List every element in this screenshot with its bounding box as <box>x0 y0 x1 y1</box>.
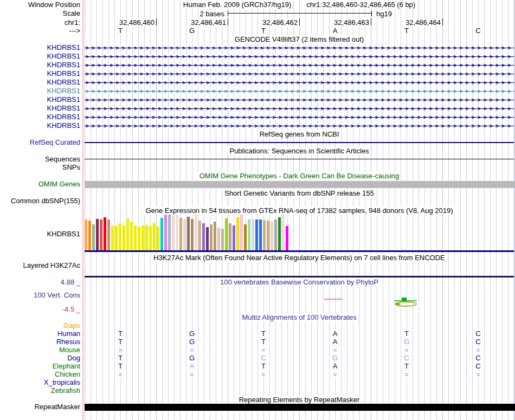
gtex-tissue-bar[interactable] <box>153 223 156 250</box>
gtex-tissue-bar[interactable] <box>187 217 190 250</box>
gtex-tissue-bar[interactable] <box>248 219 250 250</box>
h3k27ac-label[interactable]: Layered H3K27Ac <box>0 262 80 269</box>
refseq-track-title[interactable]: RefSeq genes from NCBI <box>85 131 514 138</box>
species-label[interactable]: Mouse <box>0 346 80 354</box>
gtex-tissue-bar[interactable] <box>123 225 125 250</box>
gtex-tissue-bar[interactable] <box>263 220 266 250</box>
gtex-tissue-bar[interactable] <box>271 222 273 250</box>
gene-label[interactable]: KHDRBS1 <box>0 44 80 51</box>
gtex-tissue-bar[interactable] <box>100 219 102 250</box>
gtex-tissue-bar[interactable] <box>274 219 277 250</box>
gtex-tissue-bar[interactable] <box>191 219 194 250</box>
gene-model-row[interactable]: >>>>>>>>>>>>>>>>>>>>>>>>>>>>>>>>>>>>>>>>… <box>85 70 514 78</box>
species-label[interactable]: Human <box>0 330 80 338</box>
gtex-tissue-bar[interactable] <box>85 219 87 250</box>
gtex-tissue-bar[interactable] <box>92 224 95 250</box>
gene-model-row[interactable]: >>>>>>>>>>>>>>>>>>>>>>>>>>>>>>>>>>>>>>>>… <box>85 113 514 121</box>
species-label[interactable]: Gaps <box>0 322 80 329</box>
gtex-tissue-bar[interactable] <box>233 225 235 250</box>
gtex-tissue-bar[interactable] <box>176 214 178 250</box>
gene-label[interactable]: KHDRBS1 <box>0 96 80 104</box>
gtex-tissue-bar[interactable] <box>198 221 201 250</box>
gtex-tissue-bar[interactable] <box>202 223 205 250</box>
gene-model-row[interactable]: >>>>>>>>>>>>>>>>>>>>>>>>>>>>>>>>>>>>>>>>… <box>85 61 514 69</box>
dbsnp-label[interactable]: Common dbSNP(155) <box>0 197 80 205</box>
gene-label[interactable]: KHDRBS1 <box>0 87 80 95</box>
gtex-tissue-bar[interactable] <box>145 225 148 250</box>
gtex-tissue-bar[interactable] <box>259 219 262 250</box>
gtex-tissue-bar[interactable] <box>179 218 182 250</box>
gtex-tissue-bar[interactable] <box>164 211 167 250</box>
omim-gene-bar[interactable] <box>85 181 515 188</box>
gtex-tissue-bar[interactable] <box>130 222 133 250</box>
repeatmasker-label[interactable]: RepeatMasker <box>0 403 80 411</box>
snps-label[interactable]: SNPs <box>0 164 80 171</box>
gtex-tissue-bar[interactable] <box>278 217 281 250</box>
species-label[interactable]: Elephant <box>0 363 80 370</box>
gtex-tissue-bar[interactable] <box>157 227 159 250</box>
conservation-label[interactable]: 100 Vert. Cons <box>0 292 80 299</box>
gene-model-row[interactable]: >>>>>>>>>>>>>>>>>>>>>>>>>>>>>>>>>>>>>>>>… <box>85 96 514 104</box>
gtex-tissue-bar[interactable] <box>286 226 288 250</box>
gtex-gene-label[interactable]: KHDRBS1 <box>0 230 80 238</box>
gene-label[interactable]: KHDRBS1 <box>0 122 80 130</box>
multiz-track-title[interactable]: Multiz Alignments of 100 Vertebrates <box>85 314 514 321</box>
gene-label[interactable]: KHDRBS1 <box>0 113 80 121</box>
repeatmasker-bar[interactable] <box>85 404 515 411</box>
h3k27ac-track-title[interactable]: H3K27Ac Mark (Often Found Near Active Re… <box>85 254 514 262</box>
gtex-tissue-bar[interactable] <box>134 225 137 250</box>
gtex-tissue-bar[interactable] <box>221 229 224 250</box>
gtex-tissue-bar[interactable] <box>252 219 254 250</box>
gtex-track-title[interactable]: Gene Expression in 54 tissues from GTEx … <box>85 207 514 215</box>
refseq-gene-bar[interactable] <box>85 142 514 143</box>
gtex-tissue-bar[interactable] <box>229 223 231 250</box>
gene-model-row[interactable]: >>>>>>>>>>>>>>>>>>>>>>>>>>>>>>>>>>>>>>>>… <box>85 105 514 113</box>
repeatmasker-track-title[interactable]: Repeating Elements by RepeatMasker <box>85 396 514 404</box>
gtex-tissue-bar[interactable] <box>236 217 239 250</box>
gencode-track-title[interactable]: GENCODE V49lift37 (2 items filtered out) <box>85 36 514 43</box>
gtex-tissue-bar[interactable] <box>141 225 144 250</box>
gtex-tissue-bar[interactable] <box>168 215 171 250</box>
gtex-tissue-bar[interactable] <box>255 219 258 250</box>
gtex-tissue-bar[interactable] <box>119 223 121 250</box>
gtex-tissue-bar[interactable] <box>160 218 163 250</box>
gtex-tissue-bar[interactable] <box>267 221 269 250</box>
omim-genes-label[interactable]: OMIM Genes <box>0 180 80 188</box>
gtex-tissue-bar[interactable] <box>107 219 110 250</box>
gene-model-row[interactable]: >>>>>>>>>>>>>>>>>>>>>>>>>>>>>>>>>>>>>>>>… <box>85 87 514 95</box>
gene-model-row[interactable]: >>>>>>>>>>>>>>>>>>>>>>>>>>>>>>>>>>>>>>>>… <box>85 79 514 87</box>
gtex-tissue-bar[interactable] <box>172 216 175 250</box>
gtex-tissue-bar[interactable] <box>88 221 91 250</box>
gene-model-row[interactable]: >>>>>>>>>>>>>>>>>>>>>>>>>>>>>>>>>>>>>>>>… <box>85 44 514 52</box>
gtex-tissue-bar[interactable] <box>225 218 228 250</box>
species-label[interactable]: Rhesus <box>0 338 80 346</box>
omim-track-title[interactable]: OMIM Gene Phenotypes - Dark Green Can Be… <box>85 172 514 180</box>
gtex-tissue-bar[interactable] <box>126 218 129 250</box>
gtex-tissue-bar[interactable] <box>138 227 140 250</box>
gene-label[interactable]: KHDRBS1 <box>0 61 80 69</box>
gtex-tissue-bar[interactable] <box>206 227 209 250</box>
gtex-tissue-bar[interactable] <box>115 225 118 250</box>
dbsnp-track-title[interactable]: Short Genetic Variants from dbSNP releas… <box>85 190 514 197</box>
species-label[interactable]: Zebrafish <box>0 387 80 395</box>
species-label[interactable]: X_tropicalis <box>0 379 80 386</box>
gtex-tissue-bar[interactable] <box>104 217 106 250</box>
gtex-tissue-bar[interactable] <box>111 226 114 250</box>
gene-model-row[interactable]: >>>>>>>>>>>>>>>>>>>>>>>>>>>>>>>>>>>>>>>>… <box>85 122 514 130</box>
gene-label[interactable]: KHDRBS1 <box>0 53 80 60</box>
refseq-curated-label[interactable]: RefSeq Curated <box>0 139 80 146</box>
gtex-tissue-bar[interactable] <box>210 224 213 250</box>
conservation-track-title[interactable]: 100 vertebrates Basewise Conservation by… <box>85 279 514 286</box>
gtex-tissue-bar[interactable] <box>149 226 152 250</box>
gtex-tissue-bar[interactable] <box>195 214 197 250</box>
species-label[interactable]: Chicken <box>0 371 80 378</box>
gtex-tissue-bar[interactable] <box>217 228 220 250</box>
gtex-tissue-bar[interactable] <box>282 212 285 250</box>
publications-sequence-bar[interactable] <box>85 159 514 159</box>
gene-label[interactable]: KHDRBS1 <box>0 70 80 77</box>
gtex-tissue-bar[interactable] <box>183 219 186 250</box>
gene-label[interactable]: KHDRBS1 <box>0 79 80 86</box>
gene-model-row[interactable]: >>>>>>>>>>>>>>>>>>>>>>>>>>>>>>>>>>>>>>>>… <box>85 53 514 61</box>
gtex-tissue-bar[interactable] <box>244 224 247 250</box>
gtex-tissue-bar[interactable] <box>240 211 243 250</box>
